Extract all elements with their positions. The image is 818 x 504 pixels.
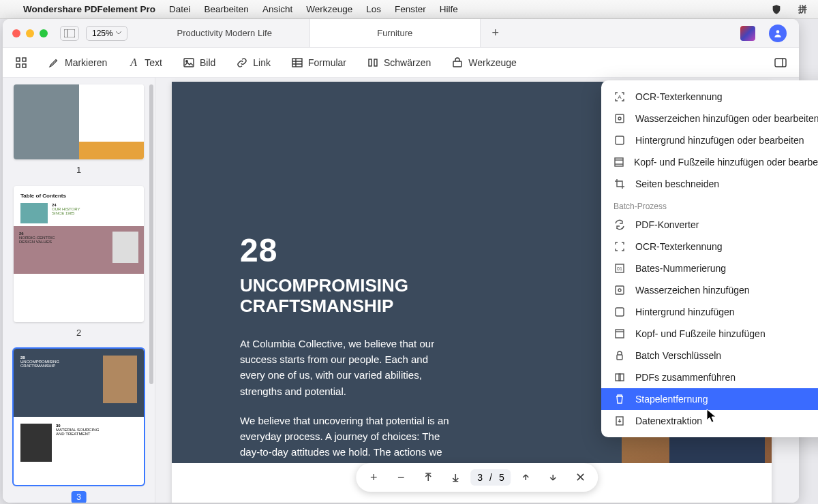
zoom-dropdown[interactable]: 125%: [86, 26, 127, 41]
svg-rect-4: [22, 58, 26, 61]
dd-kopfzeile[interactable]: Kopf- und Fußzeile hinzufügen oder bearb…: [601, 151, 818, 173]
panel-icon: [774, 57, 787, 69]
svg-rect-6: [22, 64, 26, 67]
convert-icon: [614, 219, 626, 231]
dd-hintergrund-batch[interactable]: Hintergrund hinzufügen: [601, 301, 818, 323]
shield-icon[interactable]: [770, 3, 783, 16]
toolbar-schwaerzen-label: Schwärzen: [384, 57, 431, 68]
dd-pdf-konverter[interactable]: PDF-Konverter: [601, 214, 818, 236]
dd-section-batch: Batch-Prozess: [601, 195, 818, 214]
background-icon: [614, 306, 626, 318]
toolbar-panel-button[interactable]: [774, 57, 787, 69]
thumbnail-label-1: 1: [14, 165, 144, 175]
dd-beschneiden[interactable]: Seiten beschneiden: [601, 173, 818, 195]
svg-text:A: A: [618, 94, 622, 100]
minimize-button[interactable]: [26, 29, 34, 37]
zoom-in-button[interactable]: +: [361, 465, 386, 490]
total-pages: 5: [499, 472, 504, 483]
menubar-app-name[interactable]: Wondershare PDFelement Pro: [23, 4, 155, 14]
svg-text:01: 01: [617, 266, 622, 271]
toolbar-schwaerzen-button[interactable]: Schwärzen: [367, 57, 431, 69]
input-method-icon[interactable]: 拼: [796, 3, 808, 16]
toolbar-text-button[interactable]: A Text: [127, 57, 162, 69]
svg-rect-36: [619, 374, 624, 381]
extract-icon: [614, 415, 626, 427]
dd-ocr[interactable]: AOCR-Texterkennung: [601, 86, 818, 108]
toolbar-thumbnails-button[interactable]: [15, 57, 27, 69]
maximize-button[interactable]: [40, 29, 48, 37]
toolbar-bild-button[interactable]: Bild: [183, 57, 215, 69]
toolbox-icon: [451, 57, 464, 69]
svg-rect-31: [616, 308, 624, 316]
thumbnail-page-2[interactable]: Table of Contents 24OUR HISTORY SINCE 19…: [14, 186, 144, 322]
dd-bates[interactable]: 01Bates-Nummerierung: [601, 257, 818, 279]
background-icon: [614, 134, 626, 146]
prev-page-button[interactable]: [514, 465, 539, 490]
close-controls-button[interactable]: ✕: [569, 465, 593, 490]
dd-wasserzeichen[interactable]: Wasserzeichen hinzufügen oder bearbeiten: [601, 108, 818, 129]
page-paragraph-1: At Columbia Collective, we believe that …: [240, 336, 451, 399]
tab-add-button[interactable]: +: [481, 19, 511, 47]
main-toolbar: Markieren A Text Bild Link Formular Schw…: [3, 48, 799, 78]
next-page-button[interactable]: [541, 465, 566, 490]
svg-rect-7: [184, 59, 194, 67]
app-brand-icon[interactable]: [740, 26, 755, 41]
ocr-icon: [614, 240, 626, 253]
svg-rect-3: [16, 58, 20, 61]
svg-rect-5: [16, 64, 20, 67]
trash-icon: [614, 393, 626, 405]
toolbar-werkzeuge-button[interactable]: Werkzeuge: [451, 57, 517, 69]
close-button[interactable]: [12, 29, 20, 37]
svg-rect-32: [616, 330, 624, 338]
dd-ocr-batch[interactable]: OCR-Texterkennung: [601, 236, 818, 257]
menu-bearbeiten[interactable]: Bearbeiten: [204, 4, 249, 14]
traffic-lights: [3, 29, 57, 37]
highlighter-icon: [48, 57, 60, 69]
dd-wasserzeichen-batch[interactable]: Wasserzeichen hinzufügen: [601, 279, 818, 301]
sidebar-toggle-button[interactable]: [60, 26, 79, 41]
dd-verschluesseln[interactable]: Batch Verschlüsseln: [601, 345, 818, 366]
svg-rect-16: [775, 59, 786, 67]
tab-productivity[interactable]: Productivity Modern Life: [140, 19, 310, 47]
menu-fenster[interactable]: Fenster: [395, 4, 426, 14]
watermark-icon: [614, 112, 626, 125]
text-icon: A: [127, 57, 140, 69]
svg-rect-29: [616, 286, 624, 294]
werkzeuge-dropdown: AOCR-Texterkennung Wasserzeichen hinzufü…: [601, 80, 818, 437]
svg-point-8: [186, 60, 187, 61]
tab-furniture[interactable]: Furniture: [310, 19, 481, 47]
menu-ansicht[interactable]: Ansicht: [262, 4, 292, 14]
form-icon: [291, 57, 303, 69]
toolbar-link-button[interactable]: Link: [236, 57, 271, 69]
menu-werkzeuge[interactable]: Werkzeuge: [306, 4, 352, 14]
redact-icon: [367, 57, 379, 69]
menu-datei[interactable]: Datei: [169, 4, 191, 14]
toolbar-formular-label: Formular: [308, 57, 346, 68]
last-page-button[interactable]: [443, 465, 468, 490]
toolbar-formular-button[interactable]: Formular: [291, 57, 346, 69]
user-account-button[interactable]: [769, 25, 787, 42]
menu-hilfe[interactable]: Hilfe: [440, 4, 458, 14]
menu-los[interactable]: Los: [366, 4, 381, 14]
dd-stapelentfernung[interactable]: Stapelentfernung: [601, 388, 818, 410]
macos-menubar: Wondershare PDFelement Pro Datei Bearbei…: [0, 0, 818, 19]
thumbnail-page-3[interactable]: 28UNCOMPROMISING CRAFTSMANSHIP 30MATERIA…: [14, 349, 144, 485]
scrollbar[interactable]: [149, 84, 153, 384]
svg-rect-14: [374, 59, 377, 66]
svg-point-22: [618, 117, 621, 120]
toolbar-werkzeuge-label: Werkzeuge: [468, 57, 517, 68]
svg-rect-9: [292, 59, 302, 67]
page-indicator[interactable]: 3 / 5: [470, 469, 511, 486]
zoom-out-button[interactable]: −: [389, 465, 413, 490]
toolbar-markieren-button[interactable]: Markieren: [48, 57, 107, 69]
header-footer-icon: [614, 156, 624, 168]
header-footer-icon: [614, 328, 626, 340]
dd-zusammenfuehren[interactable]: PDFs zusammenführen: [601, 366, 818, 388]
first-page-button[interactable]: [416, 465, 440, 490]
toolbar-markieren-label: Markieren: [65, 57, 107, 68]
dd-hintergrund[interactable]: Hintergrund hinzufügen oder bearbeiten: [601, 129, 818, 151]
thumbnail-page-1[interactable]: [14, 84, 144, 159]
link-icon: [236, 57, 248, 69]
dd-kopfzeile-batch[interactable]: Kopf- und Fußzeile hinzufügen: [601, 323, 818, 345]
bates-icon: 01: [614, 262, 626, 274]
